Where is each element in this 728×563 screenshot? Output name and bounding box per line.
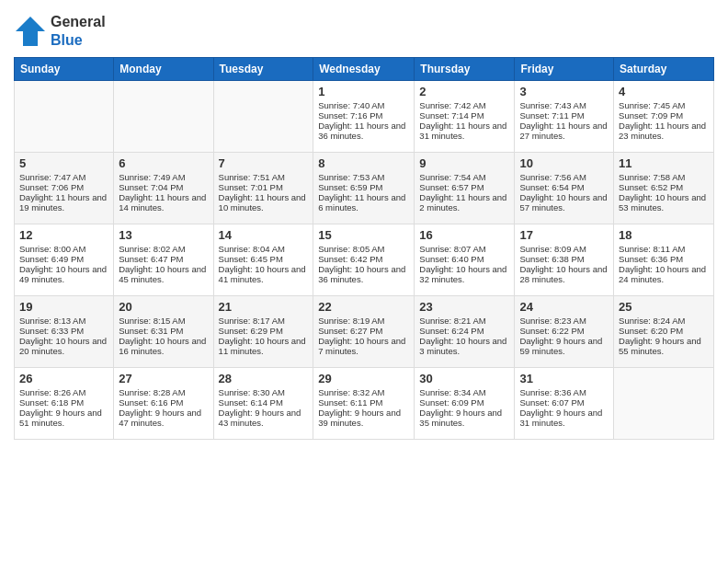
calendar-cell: 10Sunrise: 7:56 AMSunset: 6:54 PMDayligh…: [515, 152, 614, 224]
sunset-text: Sunset: 6:24 PM: [419, 326, 509, 336]
calendar-cell: 29Sunrise: 8:32 AMSunset: 6:11 PMDayligh…: [313, 367, 415, 439]
calendar-cell: 22Sunrise: 8:19 AMSunset: 6:27 PMDayligh…: [313, 295, 415, 367]
day-number: 8: [318, 156, 409, 170]
sunset-text: Sunset: 6:45 PM: [219, 254, 309, 264]
day-number: 23: [419, 300, 509, 314]
sunset-text: Sunset: 6:54 PM: [519, 182, 609, 192]
sunset-text: Sunset: 7:06 PM: [19, 182, 108, 192]
daylight-text: Daylight: 10 hours and 41 minutes.: [219, 264, 309, 284]
sunrise-text: Sunrise: 8:05 AM: [318, 244, 409, 254]
calendar-cell: 25Sunrise: 8:24 AMSunset: 6:20 PMDayligh…: [614, 295, 714, 367]
calendar-cell: 31Sunrise: 8:36 AMSunset: 6:07 PMDayligh…: [515, 367, 614, 439]
sunset-text: Sunset: 6:52 PM: [619, 182, 709, 192]
sunset-text: Sunset: 6:42 PM: [318, 254, 409, 264]
daylight-text: Daylight: 11 hours and 2 minutes.: [419, 192, 509, 213]
calendar-cell: 14Sunrise: 8:04 AMSunset: 6:45 PMDayligh…: [213, 224, 313, 295]
daylight-text: Daylight: 10 hours and 32 minutes.: [419, 264, 509, 284]
calendar-day-header: Friday: [515, 57, 614, 80]
daylight-text: Daylight: 9 hours and 55 minutes.: [619, 336, 709, 356]
sunset-text: Sunset: 6:07 PM: [519, 397, 609, 408]
calendar-cell: 12Sunrise: 8:00 AMSunset: 6:49 PMDayligh…: [15, 224, 114, 295]
sunset-text: Sunset: 6:38 PM: [519, 254, 609, 264]
daylight-text: Daylight: 10 hours and 11 minutes.: [219, 336, 309, 356]
sunset-text: Sunset: 6:20 PM: [619, 326, 709, 336]
daylight-text: Daylight: 11 hours and 10 minutes.: [219, 192, 309, 213]
calendar-cell: 5Sunrise: 7:47 AMSunset: 7:06 PMDaylight…: [15, 152, 114, 224]
daylight-text: Daylight: 9 hours and 31 minutes.: [519, 408, 609, 428]
calendar-cell: 19Sunrise: 8:13 AMSunset: 6:33 PMDayligh…: [15, 295, 114, 367]
sunset-text: Sunset: 6:40 PM: [419, 254, 509, 264]
day-number: 30: [419, 372, 509, 385]
sunset-text: Sunset: 6:18 PM: [19, 397, 108, 408]
calendar-cell: 8Sunrise: 7:53 AMSunset: 6:59 PMDaylight…: [313, 152, 415, 224]
day-number: 17: [519, 228, 609, 242]
sunrise-text: Sunrise: 8:23 AM: [519, 316, 609, 326]
daylight-text: Daylight: 10 hours and 36 minutes.: [318, 264, 409, 284]
sunset-text: Sunset: 6:29 PM: [219, 326, 309, 336]
calendar-cell: 23Sunrise: 8:21 AMSunset: 6:24 PMDayligh…: [415, 295, 515, 367]
day-number: 6: [119, 156, 208, 170]
calendar-cell: [15, 80, 114, 152]
day-number: 10: [519, 156, 609, 170]
sunrise-text: Sunrise: 8:32 AM: [318, 387, 409, 397]
day-number: 9: [419, 156, 509, 170]
logo-text: General Blue: [51, 13, 106, 50]
day-number: 18: [619, 228, 709, 242]
daylight-text: Daylight: 10 hours and 24 minutes.: [619, 264, 709, 284]
calendar-cell: 13Sunrise: 8:02 AMSunset: 6:47 PMDayligh…: [114, 224, 213, 295]
sunrise-text: Sunrise: 7:49 AM: [119, 172, 208, 182]
daylight-text: Daylight: 11 hours and 36 minutes.: [318, 121, 409, 141]
daylight-text: Daylight: 9 hours and 51 minutes.: [19, 408, 108, 428]
sunset-text: Sunset: 6:09 PM: [419, 397, 509, 408]
daylight-text: Daylight: 9 hours and 39 minutes.: [318, 408, 409, 428]
calendar-week-row: 12Sunrise: 8:00 AMSunset: 6:49 PMDayligh…: [15, 224, 714, 295]
sunrise-text: Sunrise: 7:53 AM: [318, 172, 409, 182]
calendar-cell: 11Sunrise: 7:58 AMSunset: 6:52 PMDayligh…: [614, 152, 714, 224]
calendar-week-row: 1Sunrise: 7:40 AMSunset: 7:16 PMDaylight…: [15, 80, 714, 152]
sunrise-text: Sunrise: 8:11 AM: [619, 244, 709, 254]
sunrise-text: Sunrise: 8:30 AM: [219, 387, 309, 397]
sunrise-text: Sunrise: 8:17 AM: [219, 316, 309, 326]
sunrise-text: Sunrise: 8:15 AM: [119, 316, 208, 326]
sunrise-text: Sunrise: 7:51 AM: [219, 172, 309, 182]
sunrise-text: Sunrise: 8:21 AM: [419, 316, 509, 326]
day-number: 3: [519, 85, 609, 98]
daylight-text: Daylight: 11 hours and 19 minutes.: [19, 192, 108, 213]
day-number: 7: [219, 156, 309, 170]
day-number: 12: [19, 228, 108, 242]
sunset-text: Sunset: 6:11 PM: [318, 397, 409, 408]
sunrise-text: Sunrise: 7:40 AM: [318, 100, 409, 110]
calendar-cell: 18Sunrise: 8:11 AMSunset: 6:36 PMDayligh…: [614, 224, 714, 295]
calendar-cell: 9Sunrise: 7:54 AMSunset: 6:57 PMDaylight…: [415, 152, 515, 224]
day-number: 2: [419, 85, 509, 98]
daylight-text: Daylight: 10 hours and 16 minutes.: [119, 336, 208, 356]
day-number: 26: [19, 372, 108, 385]
calendar-cell: 26Sunrise: 8:26 AMSunset: 6:18 PMDayligh…: [15, 367, 114, 439]
day-number: 4: [619, 85, 709, 98]
day-number: 16: [419, 228, 509, 242]
day-number: 24: [519, 300, 609, 314]
calendar-cell: 1Sunrise: 7:40 AMSunset: 7:16 PMDaylight…: [313, 80, 415, 152]
sunrise-text: Sunrise: 8:34 AM: [419, 387, 509, 397]
calendar-cell: 3Sunrise: 7:43 AMSunset: 7:11 PMDaylight…: [515, 80, 614, 152]
daylight-text: Daylight: 9 hours and 59 minutes.: [519, 336, 609, 356]
sunrise-text: Sunrise: 8:09 AM: [519, 244, 609, 254]
daylight-text: Daylight: 10 hours and 7 minutes.: [318, 336, 409, 356]
daylight-text: Daylight: 11 hours and 6 minutes.: [318, 192, 409, 213]
day-number: 15: [318, 228, 409, 242]
sunrise-text: Sunrise: 8:19 AM: [318, 316, 409, 326]
sunrise-text: Sunrise: 8:13 AM: [19, 316, 108, 326]
sunrise-text: Sunrise: 8:24 AM: [619, 316, 709, 326]
day-number: 22: [318, 300, 409, 314]
calendar-cell: 4Sunrise: 7:45 AMSunset: 7:09 PMDaylight…: [614, 80, 714, 152]
calendar-cell: 28Sunrise: 8:30 AMSunset: 6:14 PMDayligh…: [213, 367, 313, 439]
calendar-day-header: Thursday: [415, 57, 515, 80]
sunset-text: Sunset: 6:27 PM: [318, 326, 409, 336]
calendar-week-row: 5Sunrise: 7:47 AMSunset: 7:06 PMDaylight…: [15, 152, 714, 224]
calendar-cell: 21Sunrise: 8:17 AMSunset: 6:29 PMDayligh…: [213, 295, 313, 367]
daylight-text: Daylight: 11 hours and 23 minutes.: [619, 121, 709, 141]
sunset-text: Sunset: 7:14 PM: [419, 110, 509, 121]
day-number: 25: [619, 300, 709, 314]
daylight-text: Daylight: 9 hours and 43 minutes.: [219, 408, 309, 428]
logo-svg: [14, 15, 47, 48]
